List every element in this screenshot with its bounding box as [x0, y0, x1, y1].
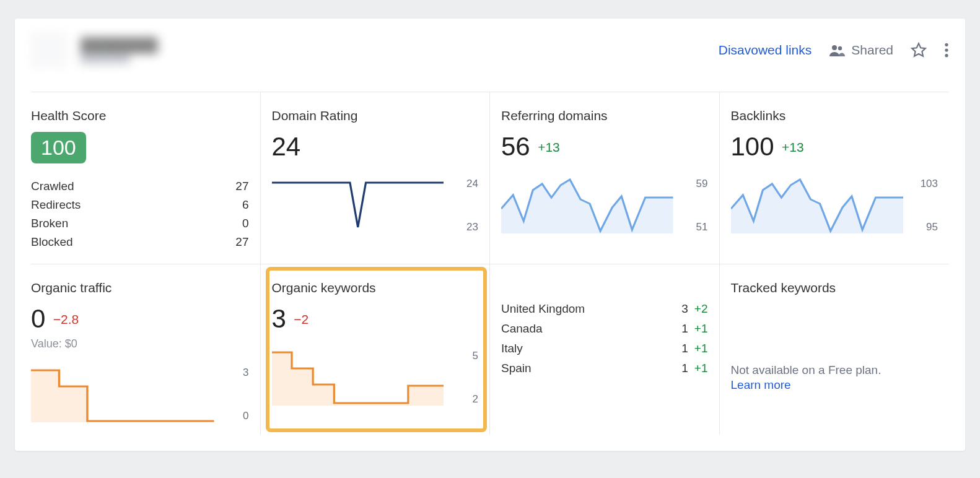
star-icon[interactable]: [911, 42, 927, 58]
svg-point-4: [945, 48, 948, 51]
backlinks-axis: 103 95: [911, 178, 938, 233]
organic-traffic-subtext: Value: $0: [31, 337, 249, 350]
health-score-badge: 100: [31, 132, 86, 163]
list-item: Redirects6: [31, 196, 249, 214]
list-item: Spain1+1: [501, 358, 708, 378]
list-item: Crawled27: [31, 177, 249, 196]
backlinks-card[interactable]: Backlinks 100 +13 103 95: [720, 92, 950, 264]
referring-domains-axis: 59 51: [681, 178, 708, 233]
tracked-keywords-title: Tracked keywords: [731, 280, 938, 295]
tracked-keywords-card: Tracked keywords Not available on a Free…: [720, 264, 950, 435]
backlinks-title: Backlinks: [731, 108, 938, 123]
backlinks-value: 100: [731, 132, 774, 162]
svg-point-0: [832, 45, 837, 50]
organic-traffic-sparkline: [31, 367, 214, 422]
disavowed-links-link[interactable]: Disavowed links: [719, 43, 812, 58]
header: ████████ ████████ Disavowed links Shared: [31, 19, 949, 92]
organic-keywords-axis: 5 2: [451, 350, 478, 406]
svg-marker-2: [912, 43, 925, 56]
metrics-row-2: Organic traffic 0 −2.8 Value: $0 3 0: [31, 264, 949, 435]
people-icon: [829, 44, 845, 56]
organic-traffic-axis: 3 0: [222, 367, 249, 422]
organic-keywords-value: 3: [272, 304, 286, 334]
organic-traffic-delta: −2.8: [53, 312, 79, 326]
list-item: Blocked27: [31, 233, 249, 251]
list-item: United Kingdom3+2: [501, 299, 708, 319]
domain-rating-card[interactable]: Domain Rating 24 24 23: [261, 92, 491, 264]
metrics-row-1: Health Score 100 Crawled27 Redirects6 Br…: [31, 92, 949, 264]
project-subtitle: ████████: [81, 53, 158, 63]
shared-button[interactable]: Shared: [829, 43, 893, 58]
organic-keywords-sparkline: [272, 350, 444, 406]
project-title: ████████: [81, 37, 158, 53]
learn-more-link[interactable]: Learn more: [731, 378, 791, 392]
organic-traffic-value: 0: [31, 304, 45, 334]
organic-keywords-card[interactable]: Organic keywords 3 −2 5 2: [261, 264, 491, 435]
referring-domains-title: Referring domains: [501, 108, 708, 123]
list-item: Italy1+1: [501, 339, 708, 358]
svg-point-5: [945, 54, 948, 57]
svg-point-3: [945, 43, 948, 46]
health-stats-list: Crawled27 Redirects6 Broken0 Blocked27: [31, 177, 249, 251]
referring-domains-card[interactable]: Referring domains 56 +13 59 51: [490, 92, 720, 264]
list-item: Broken0: [31, 214, 249, 233]
health-score-title: Health Score: [31, 108, 249, 123]
tracked-keywords-unavailable: Not available on a Free plan.: [731, 363, 938, 377]
domain-rating-sparkline: [272, 178, 444, 233]
list-item: Canada1+1: [501, 319, 708, 339]
referring-domains-value: 56: [501, 132, 530, 162]
project-identity: ████████ ████████: [31, 32, 158, 68]
more-icon[interactable]: [944, 42, 949, 58]
organic-keywords-title: Organic keywords: [272, 280, 479, 295]
organic-traffic-title: Organic traffic: [31, 280, 249, 295]
backlinks-sparkline: [731, 178, 904, 233]
domain-rating-value: 24: [272, 132, 301, 162]
header-actions: Disavowed links Shared: [719, 42, 949, 58]
health-score-card[interactable]: Health Score 100 Crawled27 Redirects6 Br…: [31, 92, 261, 264]
keywords-by-country[interactable]: United Kingdom3+2 Canada1+1 Italy1+1 Spa…: [490, 264, 720, 435]
shared-label: Shared: [851, 43, 893, 58]
domain-rating-axis: 24 23: [451, 178, 478, 233]
referring-domains-sparkline: [501, 178, 673, 233]
svg-point-1: [838, 46, 842, 50]
domain-rating-title: Domain Rating: [272, 108, 479, 123]
organic-keywords-delta: −2: [294, 312, 308, 326]
backlinks-delta: +13: [782, 140, 804, 154]
dashboard-card: ████████ ████████ Disavowed links Shared…: [15, 19, 965, 451]
referring-domains-delta: +13: [538, 140, 560, 154]
organic-traffic-card[interactable]: Organic traffic 0 −2.8 Value: $0 3 0: [31, 264, 261, 435]
project-logo: [31, 32, 67, 68]
